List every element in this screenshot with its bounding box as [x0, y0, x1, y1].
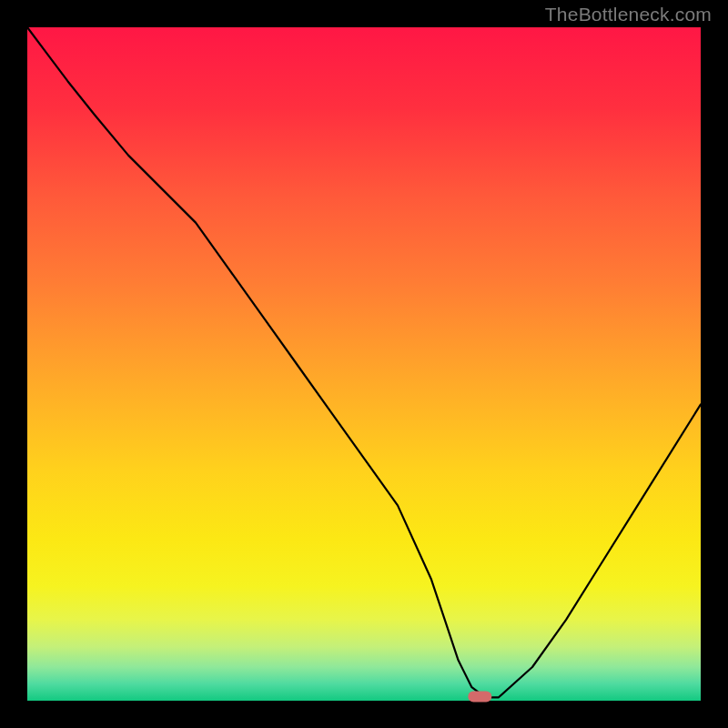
chart-plot-area — [27, 27, 701, 701]
chart-optimum-marker — [468, 692, 491, 703]
chart-svg — [0, 0, 728, 728]
watermark-text: TheBottleneck.com — [545, 4, 712, 25]
chart-container: TheBottleneck.com — [0, 0, 728, 728]
